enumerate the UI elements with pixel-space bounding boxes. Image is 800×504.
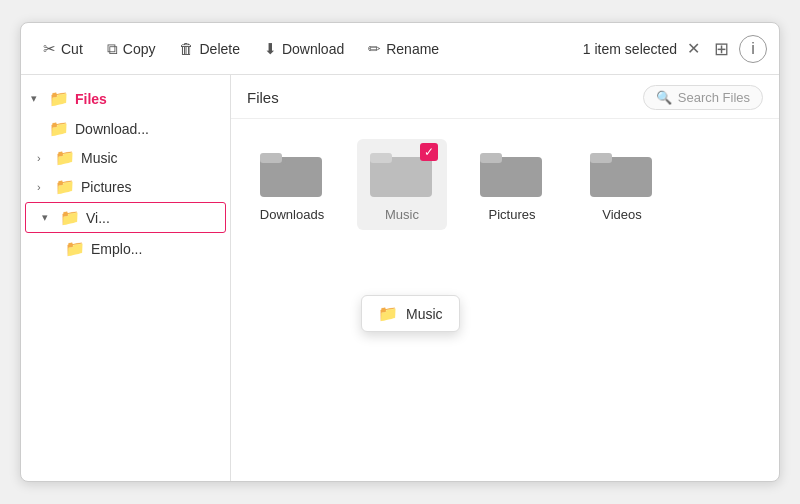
delete-icon: 🗑 xyxy=(179,40,194,57)
folder-icon-large: ✓ xyxy=(370,147,434,199)
sidebar-item-downloads[interactable]: 📁 Download... xyxy=(21,114,230,143)
sidebar-item-videos-inner[interactable]: ▾ 📁 Vi... xyxy=(26,203,225,232)
sidebar-item-music[interactable]: › 📁 Music xyxy=(21,143,230,172)
folder-icon: 📁 xyxy=(60,208,80,227)
file-item-music[interactable]: ✓ Music xyxy=(357,139,447,230)
folder-icon: 📁 xyxy=(55,148,75,167)
sidebar-item-label: Vi... xyxy=(86,210,110,226)
svg-rect-8 xyxy=(590,153,612,163)
tooltip-label: Music xyxy=(406,306,443,322)
tooltip-popup: 📁 Music xyxy=(361,295,460,332)
sidebar-item-emplo[interactable]: 📁 Emplo... xyxy=(21,234,230,263)
file-name-downloads: Downloads xyxy=(260,207,324,222)
folder-icon-large xyxy=(590,147,654,199)
svg-rect-6 xyxy=(480,153,502,163)
file-item-videos[interactable]: Videos xyxy=(577,139,667,230)
sidebar-item-videos[interactable]: ▾ 📁 Vi... xyxy=(25,202,226,233)
rename-label: Rename xyxy=(386,41,439,57)
sidebar: ▾ 📁 Files 📁 Download... › 📁 Music › 📁 Pi… xyxy=(21,75,231,481)
rename-icon: ✏ xyxy=(368,40,381,58)
folder-icon: 📁 xyxy=(49,119,69,138)
file-item-pictures[interactable]: Pictures xyxy=(467,139,557,230)
file-grid: Downloads ✓ Music xyxy=(231,119,779,481)
folder-icon: 📁 xyxy=(65,239,85,258)
sidebar-item-label: Pictures xyxy=(81,179,132,195)
content-header: Files 🔍 Search Files xyxy=(231,75,779,119)
search-box[interactable]: 🔍 Search Files xyxy=(643,85,763,110)
folder-icon-large xyxy=(260,147,324,199)
delete-button[interactable]: 🗑 Delete xyxy=(169,34,249,63)
content-title: Files xyxy=(247,89,279,106)
sidebar-item-label: Emplo... xyxy=(91,241,142,257)
rename-button[interactable]: ✏ Rename xyxy=(358,34,449,64)
info-icon: i xyxy=(751,40,755,58)
sidebar-root-label: Files xyxy=(75,91,107,107)
folder-icon: 📁 xyxy=(378,304,398,323)
selected-checkbox: ✓ xyxy=(420,143,438,161)
file-name-music: Music xyxy=(385,207,419,222)
folder-icon: 📁 xyxy=(55,177,75,196)
svg-rect-2 xyxy=(260,153,282,163)
main-area: ▾ 📁 Files 📁 Download... › 📁 Music › 📁 Pi… xyxy=(21,75,779,481)
chevron-right-icon: › xyxy=(37,181,49,193)
copy-button[interactable]: ⧉ Copy xyxy=(97,34,166,64)
sidebar-root-files[interactable]: ▾ 📁 Files xyxy=(21,83,230,114)
file-item-downloads[interactable]: Downloads xyxy=(247,139,337,230)
file-name-videos: Videos xyxy=(602,207,642,222)
info-button[interactable]: i xyxy=(739,35,767,63)
search-placeholder: Search Files xyxy=(678,90,750,105)
check-icon: ✓ xyxy=(424,146,434,158)
file-name-pictures: Pictures xyxy=(489,207,536,222)
delete-label: Delete xyxy=(199,41,239,57)
sidebar-item-label: Download... xyxy=(75,121,149,137)
cut-button[interactable]: ✂ Cut xyxy=(33,34,93,64)
grid-view-icon: ⊞ xyxy=(714,39,729,59)
toolbar: ✂ Cut ⧉ Copy 🗑 Delete ⬇ Download ✏ Renam… xyxy=(21,23,779,75)
chevron-right-icon: › xyxy=(37,152,49,164)
chevron-down-icon: ▾ xyxy=(31,92,43,105)
content-area: Files 🔍 Search Files Down xyxy=(231,75,779,481)
cut-icon: ✂ xyxy=(43,40,56,58)
folder-icon-large xyxy=(480,147,544,199)
cut-label: Cut xyxy=(61,41,83,57)
svg-rect-4 xyxy=(370,153,392,163)
download-icon: ⬇ xyxy=(264,40,277,58)
sidebar-item-pictures[interactable]: › 📁 Pictures xyxy=(21,172,230,201)
grid-view-button[interactable]: ⊞ xyxy=(708,34,735,64)
copy-label: Copy xyxy=(123,41,156,57)
file-manager-window: ✂ Cut ⧉ Copy 🗑 Delete ⬇ Download ✏ Renam… xyxy=(20,22,780,482)
clear-selection-button[interactable]: ✕ xyxy=(683,37,704,60)
sidebar-item-label: Music xyxy=(81,150,118,166)
download-label: Download xyxy=(282,41,344,57)
chevron-down-icon: ▾ xyxy=(42,211,54,224)
search-icon: 🔍 xyxy=(656,90,672,105)
download-button[interactable]: ⬇ Download xyxy=(254,34,354,64)
copy-icon: ⧉ xyxy=(107,40,118,58)
folder-icon: 📁 xyxy=(49,89,69,108)
selected-text: 1 item selected xyxy=(583,41,677,57)
selected-info: 1 item selected ✕ xyxy=(583,37,704,60)
